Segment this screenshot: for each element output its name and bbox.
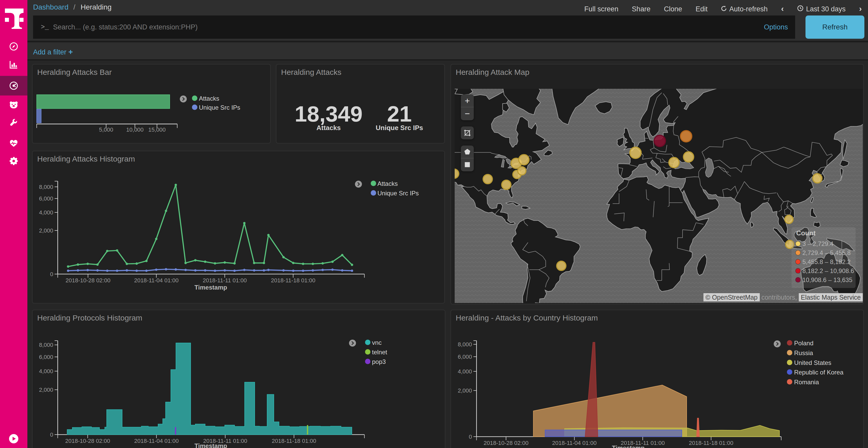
svg-text:0: 0 — [50, 271, 53, 277]
svg-text:0: 0 — [469, 434, 472, 440]
svg-text:3 – 2,729.4: 3 – 2,729.4 — [802, 240, 833, 247]
svg-text:Timestamp: Timestamp — [194, 442, 227, 448]
svg-text:2018-11-18 01:00: 2018-11-18 01:00 — [271, 277, 315, 284]
svg-text:6,000: 6,000 — [39, 195, 53, 202]
svg-text:2,729.4 – 5,455.8: 2,729.4 – 5,455.8 — [802, 249, 851, 256]
svg-text:8,182.2 – 10,908.6: 8,182.2 – 10,908.6 — [802, 267, 854, 274]
svg-text:10,908.6 – 13,635: 10,908.6 – 13,635 — [802, 276, 852, 283]
svg-text:6,000: 6,000 — [39, 354, 53, 360]
svg-text:Timestamp: Timestamp — [612, 444, 645, 448]
svg-text:2,000: 2,000 — [39, 387, 53, 393]
svg-text:8,000: 8,000 — [458, 341, 472, 348]
svg-text:6,000: 6,000 — [458, 353, 472, 360]
svg-text:Timestamp: Timestamp — [194, 284, 227, 291]
svg-text:2018-11-11 01:00: 2018-11-11 01:00 — [203, 277, 247, 284]
svg-text:8,000: 8,000 — [39, 184, 53, 190]
svg-text:8,000: 8,000 — [39, 342, 53, 348]
svg-text:2018-10-28 02:00: 2018-10-28 02:00 — [65, 438, 110, 444]
svg-text:Count: Count — [796, 229, 815, 237]
svg-text:4,000: 4,000 — [39, 209, 53, 216]
svg-text:4,000: 4,000 — [458, 368, 472, 375]
svg-text:2018-11-04 01:00: 2018-11-04 01:00 — [134, 277, 179, 284]
svg-text:2018-11-04 01:00: 2018-11-04 01:00 — [552, 440, 596, 446]
svg-text:2018-10-28 02:00: 2018-10-28 02:00 — [66, 277, 111, 284]
svg-text:2018-11-18 01:00: 2018-11-18 01:00 — [689, 440, 734, 446]
svg-text:5,455.8 – 8,182.2: 5,455.8 – 8,182.2 — [802, 258, 851, 265]
svg-text:2018-11-04 01:00: 2018-11-04 01:00 — [134, 438, 179, 444]
svg-text:0: 0 — [50, 432, 53, 438]
svg-text:2,000: 2,000 — [39, 227, 53, 234]
svg-text:4,000: 4,000 — [39, 368, 53, 374]
svg-text:2,000: 2,000 — [458, 387, 472, 394]
svg-text:2018-11-18 01:00: 2018-11-18 01:00 — [272, 438, 316, 444]
svg-text:2018-10-28 02:00: 2018-10-28 02:00 — [484, 440, 529, 446]
